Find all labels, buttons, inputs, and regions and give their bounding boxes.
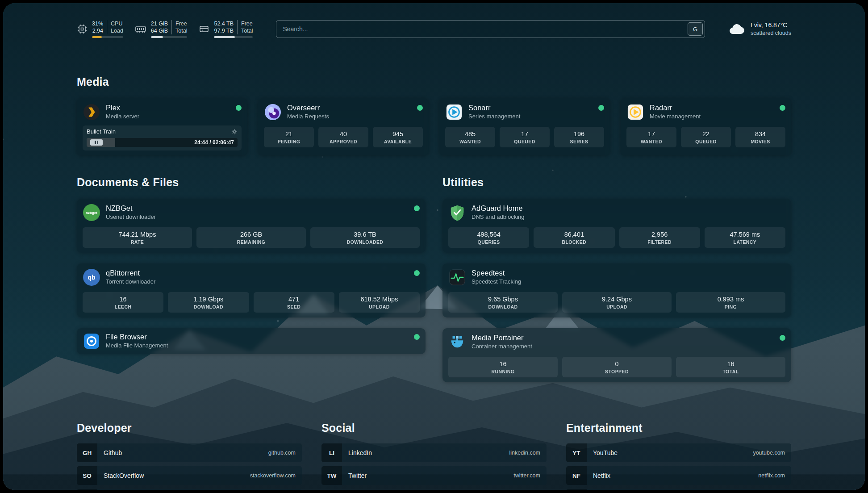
- service-description: Container management: [472, 342, 532, 351]
- stat-latency: 47.569 ms LATENCY: [705, 227, 785, 248]
- weather-condition: scattered clouds: [751, 29, 791, 37]
- service-description: Media server: [106, 112, 139, 121]
- memory-metric: 21 GiB 64 GiB Free Total: [135, 20, 188, 38]
- service-name: Plex: [106, 104, 139, 112]
- stat-running: 16 RUNNING: [448, 357, 558, 377]
- bookmark-url: netflix.com: [758, 472, 785, 479]
- stat-stopped: 0 STOPPED: [562, 357, 672, 377]
- disk-metric: 52.4 TB 97.9 TB Free Total: [199, 20, 253, 38]
- service-card-sonarr[interactable]: Sonarr Series management 485 WANTED 17 Q…: [439, 98, 610, 155]
- bookmark-netflix[interactable]: NF Netflix netflix.com: [566, 466, 791, 485]
- service-card-portainer[interactable]: Media Portainer Container management 16 …: [442, 328, 791, 382]
- bookmark-url: youtube.com: [753, 450, 785, 456]
- gear-icon[interactable]: [231, 129, 238, 135]
- bookmark-url: stackoverflow.com: [250, 472, 296, 479]
- cloud-icon: [728, 22, 745, 36]
- qbittorrent-icon: qb: [83, 268, 100, 286]
- bookmark-linkedin[interactable]: LI LinkedIn linkedin.com: [321, 443, 547, 462]
- weather-widget: Lviv, 16.87°C scattered clouds: [728, 21, 791, 37]
- service-name: Speedtest: [472, 269, 521, 277]
- service-card-filebrowser[interactable]: File Browser Media File Management: [77, 328, 426, 354]
- bookmark-name: YouTube: [593, 449, 618, 456]
- stat-movies: 834 MOVIES: [735, 127, 785, 147]
- nzbget-icon: nzbget: [83, 204, 100, 221]
- memory-total: 64 GiB: [151, 27, 168, 34]
- bookmark-stackoverflow[interactable]: SO StackOverflow stackoverflow.com: [77, 466, 302, 485]
- section-title-media: Media: [77, 75, 791, 88]
- service-name: File Browser: [106, 333, 168, 341]
- service-card-adguard[interactable]: AdGuard Home DNS and adblocking 498,564 …: [442, 199, 791, 253]
- service-description: Series management: [468, 112, 520, 121]
- status-dot: [780, 105, 785, 111]
- bookmarks-entertainment: Entertainment YT YouTube youtube.com NF …: [566, 422, 791, 490]
- disk-total-label: Total: [241, 27, 253, 34]
- stat-download: 9.65 Gbps DOWNLOAD: [448, 292, 558, 313]
- cpu-percent: 31%: [92, 20, 103, 27]
- status-dot: [598, 105, 604, 111]
- section-title-documents: Documents & Files: [77, 176, 426, 189]
- bookmark-name: Twitter: [348, 472, 367, 479]
- playback-progress-bar[interactable]: 24:44 / 02:06:47: [87, 138, 238, 147]
- section-title-entertainment: Entertainment: [566, 422, 791, 435]
- stat-leech: 16 LEECH: [83, 292, 163, 313]
- service-card-radarr[interactable]: Radarr Movie management 17 WANTED 22 QUE…: [621, 98, 791, 155]
- stat-available: 945 AVAILABLE: [373, 127, 423, 147]
- stat-pending: 21 PENDING: [264, 127, 314, 147]
- adguard-shield-icon: [448, 204, 466, 221]
- search-provider-button[interactable]: G: [688, 22, 703, 36]
- now-playing-panel: Bullet Train 24:44 / 02:06:4: [83, 125, 242, 150]
- cpu-chip-icon: [77, 24, 88, 34]
- service-card-plex[interactable]: Plex Media server Bullet Train: [77, 98, 247, 155]
- stat-seed: 471 SEED: [254, 292, 334, 313]
- search-box: G: [276, 20, 705, 38]
- service-card-qbittorrent[interactable]: qb qBittorrent Torrent downloader 16 LEE…: [77, 263, 426, 318]
- stat-download: 1.19 Gbps DOWNLOAD: [168, 292, 249, 313]
- stat-upload: 618.52 Mbps UPLOAD: [339, 292, 420, 313]
- sonarr-icon: [445, 103, 463, 121]
- service-description: Media Requests: [287, 112, 329, 121]
- bookmark-name: StackOverflow: [104, 472, 144, 479]
- service-name: Sonarr: [468, 104, 520, 112]
- service-description: Torrent downloader: [106, 277, 155, 286]
- status-dot: [236, 105, 242, 111]
- bookmark-url: twitter.com: [513, 472, 540, 479]
- bookmark-abbr: LI: [321, 443, 342, 462]
- utilities-section: Utilities AdGuard Home: [442, 176, 791, 393]
- service-name: Overseerr: [287, 104, 329, 112]
- stat-series: 196 SERIES: [554, 127, 604, 147]
- radarr-icon: [626, 103, 644, 121]
- bookmark-name: LinkedIn: [348, 449, 372, 456]
- search-input[interactable]: [276, 20, 705, 38]
- bookmark-reddit[interactable]: RE Reddit reddit.com: [566, 489, 791, 490]
- disk-usage-bar: [214, 36, 253, 38]
- memory-icon: [135, 24, 146, 34]
- status-dot: [414, 270, 420, 276]
- section-title-developer: Developer: [77, 422, 302, 435]
- bookmark-abbr: YT: [566, 443, 587, 462]
- stat-ping: 0.993 ms PING: [676, 292, 785, 313]
- service-card-speedtest[interactable]: Speedtest Speedtest Tracking 9.65 Gbps D…: [442, 263, 791, 318]
- bookmark-twitter[interactable]: TW Twitter twitter.com: [321, 466, 547, 485]
- service-card-nzbget[interactable]: nzbget NZBGet Usenet downloader 744.21 M…: [77, 199, 426, 253]
- bookmark-youtube[interactable]: YT YouTube youtube.com: [566, 443, 791, 462]
- bookmark-github[interactable]: GH Github github.com: [77, 443, 302, 462]
- cpu-label: CPU: [111, 20, 122, 27]
- pause-button[interactable]: [90, 139, 103, 146]
- status-dot: [414, 334, 420, 340]
- stat-wanted: 17 WANTED: [626, 127, 676, 147]
- bookmark-url: linkedin.com: [509, 450, 540, 456]
- bookmark-abbr: TW: [321, 466, 342, 485]
- media-section: Media Plex Media server: [77, 75, 791, 155]
- status-dot: [417, 105, 423, 111]
- stat-rate: 744.21 Mbps RATE: [83, 227, 192, 248]
- cpu-usage-bar: [92, 36, 123, 38]
- stat-wanted: 485 WANTED: [445, 127, 495, 147]
- service-card-overseerr[interactable]: Overseerr Media Requests 21 PENDING 40 A…: [258, 98, 429, 155]
- bookmarks-social: Social LI LinkedIn linkedin.com TW Twitt…: [321, 422, 547, 490]
- memory-free: 21 GiB: [151, 20, 168, 27]
- service-description: Usenet downloader: [106, 213, 156, 221]
- bookmark-dev[interactable]: DT DEV dev.to: [77, 489, 302, 490]
- section-title-social: Social: [321, 422, 547, 435]
- bookmark-abbr: DT: [77, 489, 97, 490]
- disk-free: 52.4 TB: [214, 20, 234, 27]
